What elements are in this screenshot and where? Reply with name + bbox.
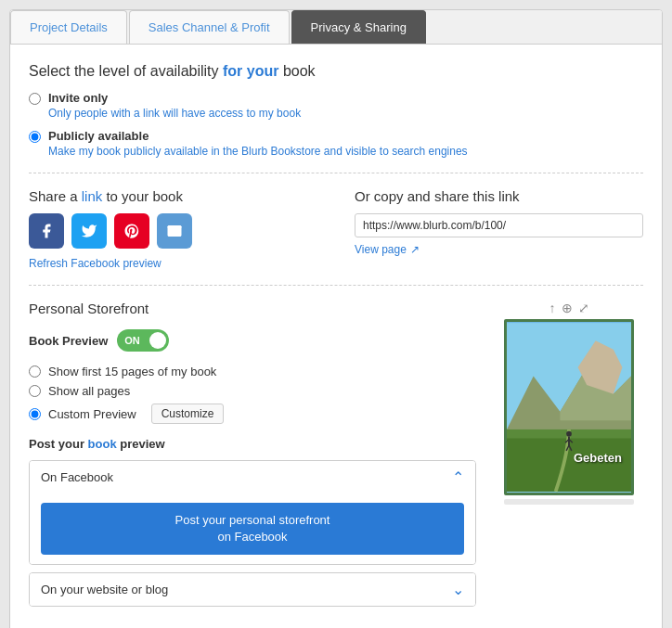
- facebook-accordion-header[interactable]: On Facebook ⌃: [30, 461, 475, 493]
- book-preview-row: Book Preview ON: [29, 329, 476, 352]
- website-accordion-label: On your website or blog: [41, 583, 168, 596]
- copy-link-input[interactable]: [355, 213, 643, 237]
- first-15-option: Show first 15 pages of my book: [29, 365, 476, 378]
- custom-preview-radio[interactable]: [29, 408, 41, 420]
- custom-preview-label: Custom Preview: [48, 407, 136, 421]
- book-cover: Gebeten: [504, 319, 634, 495]
- storefront-title: Personal Storefront: [29, 301, 476, 316]
- chevron-up-icon: ⌃: [452, 468, 464, 486]
- book-bar: [504, 499, 634, 505]
- refresh-facebook-link[interactable]: Refresh Facebook preview: [29, 257, 162, 270]
- book-preview-controls: ↑ ⊕ ⤢: [549, 301, 589, 315]
- divider-2: [29, 285, 643, 286]
- post-on-facebook-button[interactable]: Post your personal storefronton Facebook: [41, 503, 464, 555]
- copy-link-title: Or copy and share this link: [355, 188, 643, 204]
- svg-point-6: [566, 431, 572, 437]
- website-accordion: On your website or blog ⌄: [29, 572, 476, 607]
- tab-sales-channel[interactable]: Sales Channel & Profit: [129, 10, 290, 44]
- tab-bar: Project Details Sales Channel & Profit P…: [10, 10, 662, 45]
- availability-title: Select the level of availability for you…: [29, 63, 643, 80]
- availability-options: Invite only Only people with a link will…: [29, 91, 643, 158]
- facebook-share-icon[interactable]: [29, 213, 64, 249]
- book-illustration: [507, 322, 631, 493]
- divider-1: [29, 173, 643, 173]
- book-cover-inner: Gebeten: [507, 322, 631, 493]
- storefront-section: Personal Storefront Book Preview ON Show…: [29, 301, 643, 614]
- tab-project-details[interactable]: Project Details: [10, 10, 127, 44]
- first-15-label: Show first 15 pages of my book: [48, 365, 216, 378]
- all-pages-label: Show all pages: [48, 384, 130, 398]
- website-accordion-header[interactable]: On your website or blog ⌄: [30, 573, 475, 606]
- center-icon[interactable]: ⊕: [562, 301, 573, 315]
- book-preview-toggle[interactable]: ON: [117, 329, 169, 352]
- facebook-accordion: On Facebook ⌃ Post your personal storefr…: [29, 460, 476, 565]
- external-link-icon: ↗: [410, 243, 420, 256]
- publicly-available-desc: Make my book publicly available in the B…: [48, 145, 468, 158]
- share-left-title: Share a link to your book: [29, 188, 317, 204]
- custom-preview-option: Custom Preview Customize: [29, 404, 476, 424]
- toggle-knob: [149, 332, 166, 349]
- storefront-left: Personal Storefront Book Preview ON Show…: [29, 301, 476, 614]
- invite-only-desc: Only people with a link will have access…: [48, 107, 301, 120]
- twitter-share-icon[interactable]: [71, 213, 107, 249]
- invite-only-option: Invite only Only people with a link will…: [29, 91, 643, 120]
- social-icons: [29, 213, 317, 249]
- post-preview-title: Post your book preview: [29, 437, 476, 451]
- customize-button[interactable]: Customize: [151, 404, 225, 424]
- share-section: Share a link to your book: [29, 188, 643, 270]
- chevron-down-icon: ⌄: [452, 581, 464, 598]
- view-page-label: View page: [355, 243, 407, 256]
- preview-options: Show first 15 pages of my book Show all …: [29, 365, 476, 424]
- tab-privacy-sharing[interactable]: Privacy & Sharing: [291, 10, 426, 44]
- book-title-overlay: Gebeten: [574, 451, 622, 465]
- share-left: Share a link to your book: [29, 188, 317, 270]
- invite-only-radio[interactable]: [29, 93, 41, 105]
- storefront-right: ↑ ⊕ ⤢: [495, 301, 643, 614]
- share-right: Or copy and share this link View page ↗: [355, 188, 643, 256]
- pinterest-share-icon[interactable]: [114, 213, 149, 249]
- publicly-available-option: Publicly available Make my book publicly…: [29, 129, 643, 158]
- publicly-available-radio[interactable]: [29, 131, 41, 143]
- toggle-on-text: ON: [124, 335, 140, 346]
- facebook-accordion-label: On Facebook: [41, 470, 113, 484]
- all-pages-option: Show all pages: [29, 384, 476, 398]
- expand-icon[interactable]: ⤢: [578, 301, 589, 315]
- main-container: Project Details Sales Channel & Profit P…: [9, 9, 663, 628]
- facebook-accordion-body: Post your personal storefronton Facebook: [30, 493, 475, 564]
- view-page-link[interactable]: View page ↗: [355, 243, 643, 256]
- email-share-icon[interactable]: [157, 213, 192, 249]
- move-up-icon[interactable]: ↑: [549, 301, 556, 315]
- all-pages-radio[interactable]: [29, 385, 41, 397]
- content-area: Select the level of availability for you…: [10, 45, 662, 628]
- publicly-available-label: Publicly available: [48, 129, 468, 143]
- book-preview-label: Book Preview: [29, 334, 108, 348]
- invite-only-label: Invite only: [48, 91, 301, 105]
- first-15-radio[interactable]: [29, 365, 41, 378]
